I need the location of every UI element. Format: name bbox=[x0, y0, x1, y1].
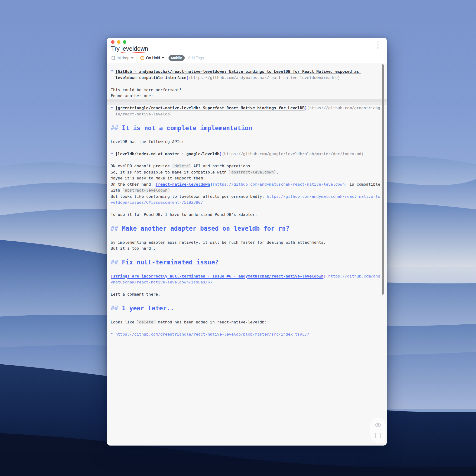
app-window: Try leveldown Inkdrop On Hold Mob bbox=[107, 38, 387, 445]
editor-line[interactable]: * https://github.com/greentriangle/react… bbox=[111, 331, 381, 338]
editor-line[interactable] bbox=[111, 285, 381, 291]
editor-heading-line[interactable]: ## Make another adapter based on leveldb… bbox=[111, 224, 381, 233]
note-menu-kebab-icon[interactable] bbox=[377, 41, 379, 49]
editor-line[interactable]: * [GitHub - andymatuschak/react-native-l… bbox=[111, 68, 381, 75]
editor-line[interactable]: RNLevelDB doesn't provide `delete` API a… bbox=[111, 163, 381, 169]
traffic-lights bbox=[111, 40, 126, 44]
editor-active-line[interactable] bbox=[107, 99, 387, 105]
editor-line[interactable] bbox=[111, 218, 381, 224]
editor-line[interactable] bbox=[111, 313, 381, 319]
editor-line[interactable] bbox=[111, 157, 381, 163]
editor-line[interactable]: [strings are incorrectly null-terminated… bbox=[111, 273, 381, 279]
close-window-button[interactable] bbox=[111, 40, 115, 44]
note-toolbar: Inkdrop On Hold Mobile Add Tags bbox=[111, 55, 204, 61]
editor-line[interactable]: * [greentriangle/react-native-leveldb: S… bbox=[111, 105, 381, 111]
status-selector[interactable]: On Hold bbox=[140, 56, 164, 60]
preview-eye-icon[interactable] bbox=[374, 423, 381, 427]
notebook-selector[interactable]: Inkdrop bbox=[111, 56, 134, 60]
editor-line[interactable] bbox=[111, 298, 381, 304]
editor-line[interactable] bbox=[111, 133, 381, 139]
editor-line[interactable] bbox=[111, 233, 381, 239]
editor-line[interactable]: But it's too hard.. bbox=[111, 245, 381, 252]
editor-line[interactable] bbox=[111, 325, 381, 331]
editor-line[interactable]: On the other hand, [react-native-leveldo… bbox=[111, 181, 381, 187]
note-title-misspelled-word: leveldown bbox=[121, 45, 148, 52]
editor-line[interactable] bbox=[111, 206, 381, 212]
editor-line[interactable]: Maybe it's easy to make it support them. bbox=[111, 175, 381, 181]
notebook-icon bbox=[111, 56, 115, 60]
editor-line[interactable]: This could be more performant! bbox=[111, 87, 381, 93]
editor-line[interactable]: le/react-native-leveldb) bbox=[111, 111, 381, 117]
editor-line[interactable]: veldown/issues/6#issuecomment-751823807 bbox=[111, 200, 381, 206]
editor-line[interactable]: But looks like conforming to leveldown a… bbox=[111, 193, 381, 200]
add-tags-input[interactable]: Add Tags bbox=[188, 56, 204, 60]
editor-line[interactable]: LevelDB has the following APIs: bbox=[111, 139, 381, 145]
editor-line[interactable]: So, it is not possible to make it compat… bbox=[111, 169, 381, 175]
editor-line[interactable]: Looks like `delete` method has been adde… bbox=[111, 319, 381, 325]
on-hold-pause-icon bbox=[140, 56, 144, 60]
editor-line[interactable]: ymatuschak/react-native-leveldown/issues… bbox=[111, 279, 381, 285]
editor-line[interactable] bbox=[111, 117, 381, 123]
editor-line[interactable] bbox=[111, 267, 381, 273]
minimize-window-button[interactable] bbox=[117, 40, 120, 44]
chevron-down-icon bbox=[131, 57, 134, 59]
editor-scrollbar-thumb[interactable] bbox=[382, 64, 384, 295]
markdown-editor[interactable]: * [GitHub - andymatuschak/react-native-l… bbox=[107, 64, 387, 445]
editor-heading-line[interactable]: ## 1 year later.. bbox=[111, 304, 381, 313]
editor-line[interactable]: leveldown-compatible interface](https://… bbox=[111, 75, 381, 81]
editor-line[interactable]: by implementing adapter apis natively, i… bbox=[111, 239, 381, 246]
editor-line[interactable] bbox=[111, 252, 381, 258]
editor-line[interactable]: Left a comment there. bbox=[111, 291, 381, 298]
split-pane-icon[interactable] bbox=[375, 433, 381, 438]
zoom-window-button[interactable] bbox=[123, 40, 126, 44]
editor-line[interactable]: with `abstract-leveldown`. bbox=[111, 187, 381, 193]
note-title[interactable]: Try leveldown bbox=[111, 45, 148, 52]
chevron-down-icon bbox=[162, 57, 164, 59]
editor-line[interactable]: * [leveldb/index.md at master · google/l… bbox=[111, 151, 381, 157]
editor-line[interactable]: To use it for PouchDB, I have to underst… bbox=[111, 212, 381, 218]
editor-line[interactable] bbox=[111, 81, 381, 87]
editor-heading-line[interactable]: ## It is not a complete implementation bbox=[111, 123, 381, 133]
notebook-label: Inkdrop bbox=[117, 56, 129, 60]
editor-view-toggle-group bbox=[370, 417, 386, 444]
window-header: Try leveldown Inkdrop On Hold Mob bbox=[107, 38, 387, 64]
editor-heading-line[interactable]: ## Fix null-terminated issue? bbox=[111, 257, 381, 267]
editor-line[interactable]: Found another one: bbox=[111, 93, 381, 99]
editor-line[interactable] bbox=[111, 145, 381, 151]
tag-badge-mobile[interactable]: Mobile bbox=[169, 55, 185, 61]
note-title-prefix: Try bbox=[111, 45, 121, 52]
status-label: On Hold bbox=[146, 56, 160, 60]
